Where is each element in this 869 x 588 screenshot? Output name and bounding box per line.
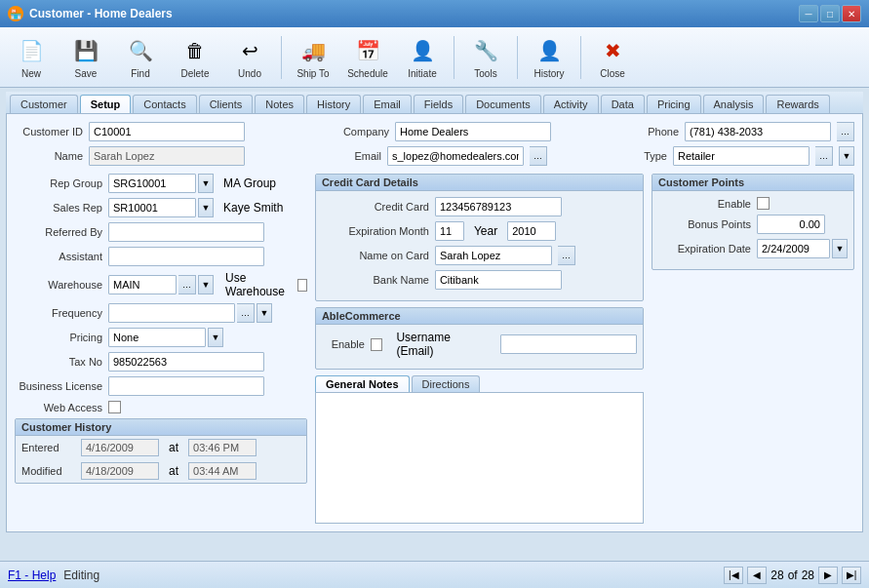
modified-date-input — [81, 462, 159, 480]
schedule-button[interactable]: 📅 Schedule — [342, 32, 393, 83]
rep-group-dropdown[interactable]: ▼ — [198, 174, 214, 193]
tab-pricing[interactable]: Pricing — [647, 95, 701, 113]
tab-email[interactable]: Email — [363, 95, 412, 113]
tab-general-notes[interactable]: General Notes — [315, 375, 410, 392]
shipto-button[interactable]: 🚚 Ship To — [288, 32, 338, 83]
bank-name-input[interactable] — [435, 270, 562, 290]
exp-month-input[interactable] — [435, 221, 464, 241]
warehouse-input[interactable] — [108, 275, 177, 294]
main-area: Customer Setup Contacts Clients Notes Hi… — [0, 88, 869, 561]
entered-at: at — [169, 441, 178, 454]
email-input[interactable] — [387, 146, 524, 166]
close-button[interactable]: ✖ Close — [587, 32, 638, 83]
type-label: Type — [630, 150, 667, 162]
tab-customer[interactable]: Customer — [10, 95, 78, 113]
credit-card-input[interactable] — [435, 197, 562, 216]
save-button[interactable]: 💾 Save — [60, 32, 111, 83]
type-btn[interactable]: … — [815, 146, 833, 166]
bonus-points-input[interactable] — [757, 215, 825, 234]
save-icon: 💾 — [70, 35, 101, 66]
nav-prev-button[interactable]: ◀ — [747, 567, 767, 584]
tab-fields[interactable]: Fields — [414, 95, 463, 113]
left-col: Rep Group ▼ MA Group Sales Rep ▼ — [15, 174, 307, 524]
tab-clients[interactable]: Clients — [199, 95, 254, 113]
phone-input[interactable] — [685, 122, 831, 141]
tab-data[interactable]: Data — [601, 95, 645, 113]
frequency-input[interactable] — [108, 303, 235, 323]
company-label: Company — [336, 126, 389, 137]
points-enable-checkbox[interactable] — [757, 197, 770, 210]
email-btn[interactable]: … — [530, 146, 547, 166]
sales-rep-input[interactable] — [108, 198, 196, 217]
find-icon: 🔍 — [125, 35, 156, 66]
initiate-button[interactable]: 👤 Initiate — [397, 32, 448, 83]
tab-documents[interactable]: Documents — [465, 95, 541, 113]
exp-year-input[interactable] — [507, 221, 556, 241]
warehouse-btn[interactable]: … — [178, 275, 196, 294]
ma-group-label: MA Group — [223, 176, 276, 190]
expiration-date-input[interactable] — [757, 239, 830, 258]
minimize-button[interactable]: ─ — [799, 5, 818, 22]
notes-textarea[interactable] — [318, 395, 641, 521]
tab-history[interactable]: History — [306, 95, 361, 113]
tools-button[interactable]: 🔧 Tools — [460, 32, 511, 83]
name-input[interactable] — [89, 146, 245, 166]
use-warehouse-checkbox[interactable] — [297, 279, 307, 292]
tab-directions[interactable]: Directions — [412, 375, 481, 392]
type-dropdown-btn[interactable]: ▼ — [839, 146, 854, 166]
of-label: of — [788, 568, 798, 582]
customer-id-input[interactable] — [89, 122, 245, 141]
email-label: Email — [328, 150, 381, 162]
phone-btn[interactable]: … — [837, 122, 854, 141]
nav-last-button[interactable]: ▶| — [842, 567, 861, 584]
close-window-button[interactable]: ✕ — [842, 5, 861, 22]
delete-button[interactable]: 🗑 Delete — [170, 32, 220, 83]
name-on-card-input[interactable] — [435, 246, 552, 265]
editing-status: Editing — [63, 568, 99, 582]
tab-setup[interactable]: Setup — [80, 95, 132, 113]
rep-group-input[interactable] — [108, 174, 196, 193]
type-input[interactable] — [673, 146, 810, 166]
pricing-dropdown[interactable]: ▼ — [208, 328, 223, 347]
able-enable-checkbox[interactable] — [371, 338, 383, 351]
maximize-button[interactable]: □ — [820, 5, 840, 22]
new-button[interactable]: 📄 New — [6, 32, 57, 83]
year-label: Year — [474, 224, 497, 238]
find-button[interactable]: 🔍 Find — [115, 32, 166, 83]
company-input[interactable] — [395, 122, 551, 141]
business-license-input[interactable] — [108, 376, 264, 396]
history-entered-row: Entered at — [16, 436, 306, 459]
nav-first-button[interactable]: |◀ — [724, 567, 743, 584]
notes-section: General Notes Directions — [315, 375, 644, 524]
tab-rewards[interactable]: Rewards — [766, 95, 829, 113]
tab-activity[interactable]: Activity — [543, 95, 599, 113]
nav-next-button[interactable]: ▶ — [818, 567, 838, 584]
schedule-icon: 📅 — [352, 35, 383, 66]
schedule-label: Schedule — [347, 68, 388, 79]
referred-by-label: Referred By — [15, 226, 102, 238]
tax-no-input[interactable] — [108, 352, 264, 372]
expiration-date-dropdown[interactable]: ▼ — [832, 239, 848, 258]
customer-id-label: Customer ID — [15, 126, 83, 137]
pricing-input[interactable] — [108, 328, 206, 347]
warehouse-dropdown[interactable]: ▼ — [198, 275, 214, 294]
three-cols: Rep Group ▼ MA Group Sales Rep ▼ — [15, 174, 854, 524]
able-username-input[interactable] — [500, 334, 637, 354]
frequency-btn[interactable]: … — [237, 303, 255, 323]
web-access-checkbox[interactable] — [108, 401, 121, 413]
f1-help-link[interactable]: F1 - Help — [8, 568, 56, 582]
entered-label: Entered — [21, 442, 75, 453]
undo-button[interactable]: ↩ Undo — [224, 32, 275, 83]
sales-rep-dropdown[interactable]: ▼ — [198, 198, 214, 217]
frequency-dropdown[interactable]: ▼ — [257, 303, 272, 323]
tab-contacts[interactable]: Contacts — [133, 95, 196, 113]
tab-notes[interactable]: Notes — [255, 95, 304, 113]
referred-by-input[interactable] — [108, 222, 264, 242]
name-card-btn[interactable]: … — [558, 246, 575, 265]
assistant-input[interactable] — [108, 247, 264, 266]
able-commerce-content: Enable Username (Email) — [316, 325, 643, 369]
history-button[interactable]: 👤 History — [524, 32, 574, 83]
modified-label: Modified — [21, 465, 75, 477]
tab-analysis[interactable]: Analysis — [703, 95, 765, 113]
credit-card-title: Credit Card Details — [316, 175, 643, 191]
